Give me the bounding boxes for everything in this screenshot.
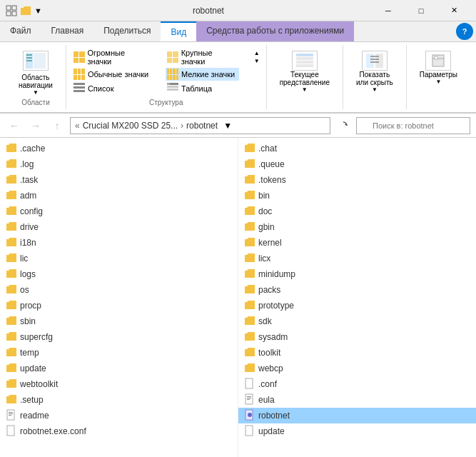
structure-group: Огромные значки Обычные значки xyxy=(66,45,267,109)
list-item[interactable]: minidump xyxy=(238,266,476,282)
list-item[interactable]: drive xyxy=(0,219,238,235)
back-button[interactable]: ← xyxy=(6,117,23,134)
list-item[interactable]: sbin xyxy=(0,313,238,329)
list-item[interactable]: .tokens xyxy=(238,172,476,188)
item-name: toolkit xyxy=(258,348,280,358)
list-item[interactable]: supercfg xyxy=(0,329,238,345)
item-name: .tokens xyxy=(258,175,286,185)
list-item[interactable]: .conf xyxy=(238,376,476,392)
list-item[interactable]: procp xyxy=(0,298,238,313)
list-item[interactable]: sysadm xyxy=(238,329,476,345)
item-icon xyxy=(6,299,17,313)
show-hide-group: Показатьили скрыть ▼ xyxy=(343,45,407,109)
tab-share[interactable]: Поделиться xyxy=(93,21,161,41)
item-name: .chat xyxy=(258,144,277,154)
address-path[interactable]: « Crucial MX200 SSD 25... › robotnet ▼ xyxy=(70,117,330,134)
list-item[interactable]: prototype xyxy=(238,298,476,313)
list-item[interactable]: robotnet xyxy=(238,408,476,423)
list-item[interactable]: kernel xyxy=(238,235,476,251)
tab-file[interactable]: Файл xyxy=(0,21,41,41)
up-button[interactable]: ↑ xyxy=(49,117,66,134)
item-name: logs xyxy=(20,269,36,279)
list-item[interactable]: i18n xyxy=(0,235,238,251)
item-name: doc xyxy=(258,206,272,216)
item-icon xyxy=(6,174,17,187)
tab-home[interactable]: Главная xyxy=(41,21,94,41)
list-item[interactable]: robotnet.exe.conf xyxy=(0,423,238,439)
list-item[interactable]: packs xyxy=(238,282,476,298)
item-name: .log xyxy=(20,159,34,169)
table-btn[interactable]: Таблица xyxy=(166,82,239,95)
list-item[interactable]: .chat xyxy=(238,141,476,156)
search-input[interactable] xyxy=(356,117,470,134)
list-btn[interactable]: Список xyxy=(72,82,151,95)
normal-icons-btn[interactable]: Обычные значки xyxy=(72,68,151,81)
svg-rect-14 xyxy=(375,54,383,68)
list-item[interactable]: .task xyxy=(0,172,238,188)
item-icon xyxy=(244,283,255,297)
list-item[interactable]: doc xyxy=(238,204,476,219)
refresh-button[interactable] xyxy=(335,117,352,134)
item-name: .cache xyxy=(20,144,45,154)
close-button[interactable]: ✕ xyxy=(437,0,470,21)
list-item[interactable]: readme xyxy=(0,408,238,423)
item-icon xyxy=(6,252,17,266)
svg-rect-6 xyxy=(26,54,32,56)
list-item[interactable]: update xyxy=(0,361,238,376)
list-item[interactable]: gbin xyxy=(238,219,476,235)
options-button[interactable]: Параметры ▼ xyxy=(412,48,465,88)
window-title: robotnet xyxy=(45,6,372,16)
list-item[interactable]: .setup xyxy=(0,392,238,408)
large-icons-btn[interactable]: Крупные значки xyxy=(166,48,239,66)
tab-view[interactable]: Вид xyxy=(161,21,196,41)
huge-icons-btn[interactable]: Огромные значки xyxy=(72,48,151,66)
svg-rect-11 xyxy=(296,61,313,64)
list-item[interactable]: sdk xyxy=(238,313,476,329)
item-icon xyxy=(244,362,255,376)
list-item[interactable]: eula xyxy=(238,392,476,408)
view-up-arrow[interactable]: ▲ xyxy=(253,49,260,57)
path-part-drive[interactable]: Crucial MX200 SSD 25... xyxy=(83,121,178,131)
path-dropdown-arrow[interactable]: ▼ xyxy=(223,121,232,131)
item-name: gbin xyxy=(258,222,275,232)
list-item[interactable]: bin xyxy=(238,188,476,204)
small-icons-btn[interactable]: Мелкие значки xyxy=(166,68,239,81)
view-down-arrow[interactable]: ▼ xyxy=(253,57,260,65)
list-item[interactable]: toolkit xyxy=(238,345,476,361)
path-chevron: « xyxy=(75,121,80,131)
show-hide-button[interactable]: Показатьили скрыть ▼ xyxy=(349,48,400,96)
list-item[interactable]: update xyxy=(238,423,476,439)
options-group: Параметры ▼ xyxy=(407,45,470,109)
item-icon xyxy=(6,425,17,438)
list-item[interactable]: temp xyxy=(0,345,238,361)
restore-button[interactable]: □ xyxy=(405,0,437,21)
item-name: sbin xyxy=(20,316,36,326)
list-item[interactable]: os xyxy=(0,282,238,298)
table-icon xyxy=(167,83,178,94)
svg-rect-29 xyxy=(247,396,251,397)
list-item[interactable]: .log xyxy=(0,156,238,172)
help-button[interactable]: ? xyxy=(456,23,473,40)
list-item[interactable]: logs xyxy=(0,266,238,282)
nav-pane-button[interactable]: Областьнавигации ▼ xyxy=(11,48,60,99)
item-icon xyxy=(244,142,255,156)
tab-management[interactable]: Средства работы с приложениями xyxy=(196,21,354,41)
list-item[interactable]: licx xyxy=(238,251,476,266)
path-part-folder[interactable]: robotnet xyxy=(186,121,218,131)
list-item[interactable]: .cache xyxy=(0,141,238,156)
list-item[interactable]: webcp xyxy=(238,361,476,376)
list-item[interactable]: webtoolkit xyxy=(0,376,238,392)
svg-rect-10 xyxy=(296,57,313,60)
current-view-arrow: ▼ xyxy=(302,86,308,93)
item-name: lic xyxy=(20,253,28,263)
list-item[interactable]: config xyxy=(0,204,238,219)
list-item[interactable]: adm xyxy=(0,188,238,204)
list-item[interactable]: lic xyxy=(0,251,238,266)
minimize-button[interactable]: ─ xyxy=(372,0,405,21)
item-icon xyxy=(244,346,255,360)
current-view-button[interactable]: Текущеепредставление ▼ xyxy=(273,48,337,96)
svg-rect-18 xyxy=(432,55,444,66)
svg-rect-34 xyxy=(245,426,253,436)
list-item[interactable]: .queue xyxy=(238,156,476,172)
forward-button[interactable]: → xyxy=(27,117,44,134)
